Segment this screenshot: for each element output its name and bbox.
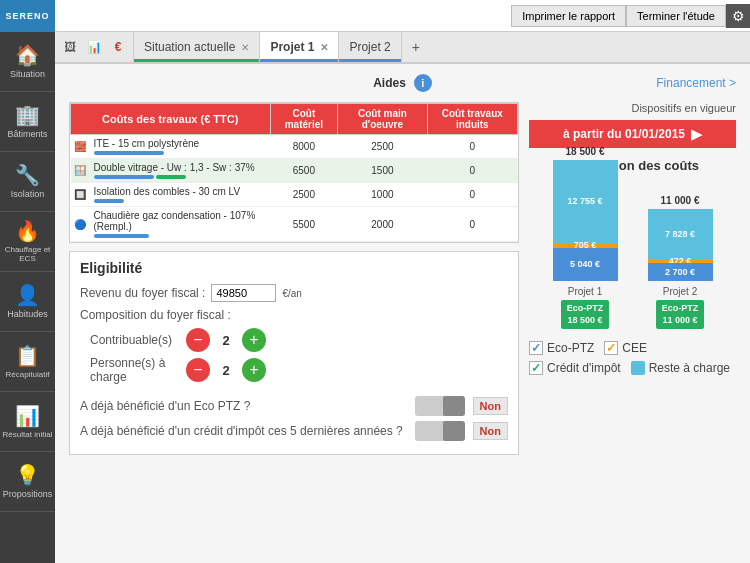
personnes-value: 2 [216,363,236,378]
tab-projet2[interactable]: Projet 2 [339,32,401,62]
personnes-minus[interactable]: − [186,358,210,382]
date-badge-arrow: ▶ [691,126,702,142]
row-travaux-induits-3: 0 [427,207,517,242]
situation-icon: 🏠 [15,43,40,67]
row-travaux-induits-0: 0 [427,135,517,159]
row-materiel-3: 5500 [270,207,338,242]
sidebar-label-habitudes: Habitudes [7,310,48,320]
row-main-oeuvre-0: 2500 [338,135,427,159]
propositions-icon: 💡 [15,463,40,487]
chart-area: 18 500 €5 040 €705 €12 755 €Projet 1Eco-… [529,179,736,329]
contribuables-minus[interactable]: − [186,328,210,352]
revenu-input[interactable] [211,284,276,302]
tab-icon-image[interactable]: 🖼 [59,36,81,58]
sidebar-item-habitudes[interactable]: 👤 Habitudes [0,272,55,332]
eco-ptz-question: A déjà bénéficié d'un Eco PTZ ? [80,399,407,413]
habitudes-icon: 👤 [15,283,40,307]
tab-label-projet2: Projet 2 [349,40,390,54]
eco-ptz-toggle[interactable] [415,396,465,416]
logo-text: SERENO [5,11,49,21]
sidebar-label-recapitulatif: Récapitulatif [5,371,49,380]
row-icon-0: 🧱 [71,135,89,159]
sidebar-item-resultat[interactable]: 📊 Résultat initial [0,392,55,452]
row-main-oeuvre-1: 1500 [338,159,427,183]
tab-situation-actuelle[interactable]: Situation actuelle ✕ [134,32,260,62]
financing-link[interactable]: Financement > [656,76,736,90]
tab-icon-chart[interactable]: 📊 [83,36,105,58]
row-icon-3: 🔵 [71,207,89,242]
tab-bar: 🖼 📊 € Situation actuelle ✕ Projet 1 ✕ Pr… [55,32,750,64]
personnes-plus[interactable]: + [242,358,266,382]
tab-label-situation: Situation actuelle [144,40,235,54]
sidebar-item-recapitulatif[interactable]: 📋 Récapitulatif [0,332,55,392]
costs-table-header: Coûts des travaux (€ TTC) [71,104,271,135]
composition-label: Composition du foyer fiscal : [80,308,231,322]
row-label-0: ITE - 15 cm polystyrène [89,135,271,159]
costs-table-container: Coûts des travaux (€ TTC) Coût matériel … [69,102,519,243]
bar-badge-1: Eco-PTZ 11 000 € [656,300,705,329]
sidebar-item-batiments[interactable]: 🏢 Bâtiments [0,92,55,152]
row-icon-1: 🪟 [71,159,89,183]
legend-item-0: ✓Eco-PTZ [529,341,594,355]
logo-area[interactable]: SERENO [0,0,55,32]
contribuables-value: 2 [216,333,236,348]
credit-impot-value: Non [473,422,508,440]
tab-close-projet1[interactable]: ✕ [320,42,328,53]
sidebar: 🏠 Situation 🏢 Bâtiments 🔧 Isolation 🔥 Ch… [0,32,55,563]
bar-segment-0-2: 12 755 € [553,160,618,243]
chauffage-icon: 🔥 [15,219,40,243]
eco-ptz-value: Non [473,397,508,415]
batiments-icon: 🏢 [15,103,40,127]
sidebar-label-propositions: Propositions [3,490,53,500]
tab-icon-euro[interactable]: € [107,36,129,58]
sidebar-label-chauffage: Chauffage et ECS [0,246,55,264]
info-icon[interactable]: i [414,74,432,92]
settings-icon[interactable]: ⚙ [726,4,750,28]
row-materiel-2: 2500 [270,183,338,207]
credit-impot-question: A déjà bénéficié d'un crédit d'impôt ces… [80,424,407,438]
legend-item-3: Reste à charge [631,361,730,375]
col-travaux-induits: Coût travaux induits [427,104,517,135]
print-button[interactable]: Imprimer le rapport [511,5,626,27]
bar-segment-1-2: 7 828 € [648,209,713,260]
bar-badge-0: Eco-PTZ 18 500 € [561,300,610,329]
legend-item-2: ✓Crédit d'impôt [529,361,621,375]
contribuables-label: Contribuable(s) [90,333,180,347]
date-badge[interactable]: à partir du 01/01/2015 ▶ [529,120,736,148]
row-materiel-1: 6500 [270,159,338,183]
dispositifs-label: Dispositifs en vigueur [529,102,736,114]
sidebar-label-batiments: Bâtiments [7,130,47,140]
isolation-icon: 🔧 [15,163,40,187]
sidebar-item-isolation[interactable]: 🔧 Isolation [0,152,55,212]
sidebar-label-resultat: Résultat initial [3,431,53,440]
col-materiel: Coût matériel [270,104,338,135]
revenu-label: Revenu du foyer fiscal : [80,286,205,300]
row-travaux-induits-1: 0 [427,159,517,183]
row-label-3: Chaudière gaz condensation - 107% (Rempl… [89,207,271,242]
chart-bar-group-0: 18 500 €5 040 €705 €12 755 €Projet 1Eco-… [553,146,618,329]
sidebar-item-propositions[interactable]: 💡 Propositions [0,452,55,512]
recapitulatif-icon: 📋 [15,344,40,368]
personnes-label: Personne(s) à charge [90,356,180,384]
bar-segment-1-0: 2 700 € [648,263,713,281]
tab-close-situation[interactable]: ✕ [241,42,249,53]
legend-area: ✓Eco-PTZ✓CEE✓Crédit d'impôtReste à charg… [529,341,736,375]
sidebar-label-situation: Situation [10,70,45,80]
row-label-1: Double vitrage - Uw : 1,3 - Sw : 37% [89,159,271,183]
tab-add-button[interactable]: + [402,32,430,62]
date-badge-text: à partir du 01/01/2015 [563,127,685,141]
contribuables-plus[interactable]: + [242,328,266,352]
row-icon-2: 🔲 [71,183,89,207]
sidebar-item-chauffage[interactable]: 🔥 Chauffage et ECS [0,212,55,272]
sidebar-item-situation[interactable]: 🏠 Situation [0,32,55,92]
finish-button[interactable]: Terminer l'étude [626,5,726,27]
row-main-oeuvre-2: 1000 [338,183,427,207]
credit-impot-toggle[interactable] [415,421,465,441]
resultat-icon: 📊 [15,404,40,428]
sidebar-label-isolation: Isolation [11,190,45,200]
tab-projet1[interactable]: Projet 1 ✕ [260,32,339,62]
legend-item-1: ✓CEE [604,341,647,355]
chart-bar-group-1: 11 000 €2 700 €472 €7 828 €Projet 2Eco-P… [648,195,713,329]
page-title: Aides [373,76,406,90]
bar-segment-0-0: 5 040 € [553,248,618,281]
